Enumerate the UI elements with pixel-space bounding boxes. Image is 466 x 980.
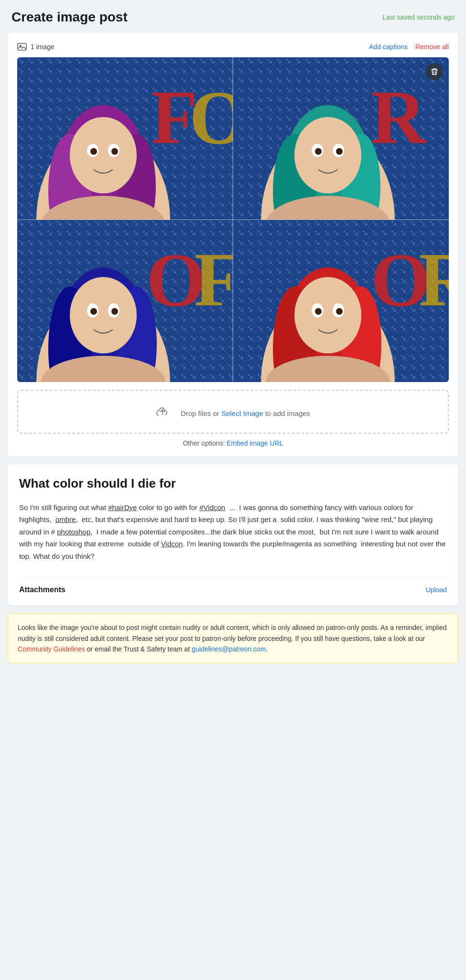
image-section-header: 1 image Add captions Remove all [17,42,449,52]
image-icon [17,42,27,52]
svg-point-16 [70,117,137,193]
email-link[interactable]: guidelines@patreon.com [192,645,266,653]
word-photoshop: photoshop [57,528,90,536]
svg-point-60 [315,308,322,315]
svg-point-43 [70,277,137,353]
post-title: What color should I die for [19,476,447,492]
svg-point-20 [111,148,118,155]
hashtag-hairdye[interactable]: #hairDye [108,503,137,511]
other-options-label: Other options: [183,439,227,447]
svg-point-47 [111,308,118,315]
svg-text:R: R [419,237,449,322]
hashtag-vidcon[interactable]: #Vidcon [199,503,225,511]
word-ombre: ombre [55,515,76,523]
svg-point-33 [336,148,343,155]
delete-image-button[interactable] [426,63,443,80]
svg-point-57 [294,277,361,353]
community-guidelines-link[interactable]: Community Guidelines [18,645,85,653]
upload-icon [156,404,177,419]
last-saved-indicator: Last saved seconds ago [382,13,455,21]
nudity-warning-text: Looks like the image you're about to pos… [18,624,447,642]
image-actions: Add captions Remove all [369,43,449,51]
add-captions-button[interactable]: Add captions [369,43,408,51]
attachments-section: Attachments Upload [19,577,447,594]
drop-zone[interactable]: Drop files or Select Image to add images [17,390,449,434]
other-options: Other options: Embed image URL [17,439,449,447]
svg-rect-0 [18,43,26,50]
svg-point-61 [336,308,343,315]
drop-text-before: Drop files or [181,409,221,417]
nudity-warning-middle: or email the Trust & Safety team at [85,645,192,653]
svg-point-32 [315,148,322,155]
page-header: Create image post Last saved seconds ago [0,0,466,32]
composite-image: F O [17,57,449,382]
svg-point-29 [294,117,361,193]
post-body: So I'm still figuring out what #hairDye … [19,501,447,563]
main-card: 1 image Add captions Remove all [8,32,458,457]
image-count: 1 image [17,42,54,52]
upload-button[interactable]: Upload [426,586,447,594]
page-title: Create image post [11,10,128,25]
content-section: What color should I die for So I'm still… [8,464,458,606]
select-image-link[interactable]: Select Image [221,409,263,417]
word-vidcon2: Vidcon [161,540,183,548]
svg-point-46 [90,308,97,315]
image-container: F O [17,57,449,382]
svg-text:R: R [371,75,427,160]
drop-text-after: to add images [263,409,310,417]
remove-all-button[interactable]: Remove all [415,43,449,51]
image-count-label: 1 image [31,43,54,51]
nudity-warning: Looks like the image you're about to pos… [8,613,458,663]
svg-point-19 [90,148,97,155]
embed-image-url-link[interactable]: Embed image URL [227,439,283,447]
nudity-warning-end: . [266,645,268,653]
attachments-label: Attachments [19,586,65,594]
